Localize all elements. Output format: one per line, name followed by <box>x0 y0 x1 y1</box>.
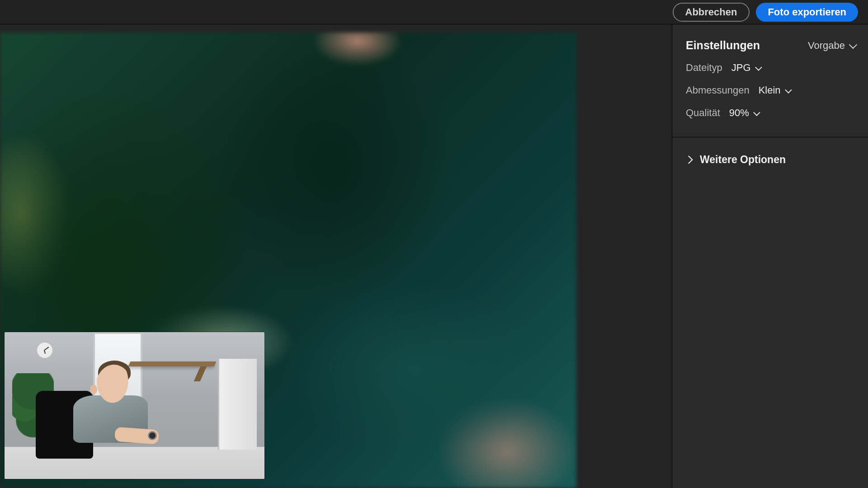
webcam-person <box>67 365 171 456</box>
more-options-label: Weitere Optionen <box>700 154 786 166</box>
panel-title: Einstellungen <box>686 39 760 52</box>
chevron-down-icon <box>753 109 760 116</box>
filetype-dropdown[interactable]: JPG <box>731 62 760 74</box>
row-filetype: Dateityp JPG <box>686 62 854 74</box>
webcam-person-watch <box>148 431 157 440</box>
webcam-wall-clock <box>36 341 54 359</box>
chevron-down-icon <box>755 64 762 71</box>
quality-value: 90% <box>729 107 749 119</box>
cancel-button[interactable]: Abbrechen <box>673 3 750 22</box>
filetype-label: Dateityp <box>686 62 722 74</box>
export-photo-button[interactable]: Foto exportieren <box>756 3 858 22</box>
panel-header: Einstellungen Vorgabe <box>672 24 868 56</box>
main-area: Einstellungen Vorgabe Dateityp JPG Abmes… <box>0 24 868 488</box>
filetype-value: JPG <box>731 62 751 74</box>
chevron-down-icon <box>785 86 792 94</box>
webcam-person-ear <box>90 385 97 394</box>
webcam-monitor <box>218 359 257 450</box>
dimensions-dropdown[interactable]: Klein <box>759 84 790 96</box>
row-dimensions: Abmessungen Klein <box>686 84 854 96</box>
chevron-right-icon <box>684 155 693 164</box>
more-options-toggle[interactable]: Weitere Optionen <box>672 137 868 182</box>
preview-canvas <box>0 24 672 488</box>
row-quality: Qualität 90% <box>686 107 854 119</box>
settings-list: Dateityp JPG Abmessungen Klein Qualität … <box>672 56 868 131</box>
webcam-person-head <box>96 365 132 408</box>
preset-dropdown[interactable]: Vorgabe <box>808 40 855 52</box>
quality-label: Qualität <box>686 107 720 119</box>
export-settings-panel: Einstellungen Vorgabe Dateityp JPG Abmes… <box>672 24 868 488</box>
topbar: Abbrechen Foto exportieren <box>0 0 868 24</box>
webcam-shelf-support <box>193 366 207 381</box>
preset-label: Vorgabe <box>808 40 845 52</box>
dimensions-value: Klein <box>759 84 781 96</box>
webcam-overlay <box>5 332 264 479</box>
dimensions-label: Abmessungen <box>686 84 750 96</box>
quality-dropdown[interactable]: 90% <box>729 107 759 119</box>
chevron-down-icon <box>849 41 857 49</box>
